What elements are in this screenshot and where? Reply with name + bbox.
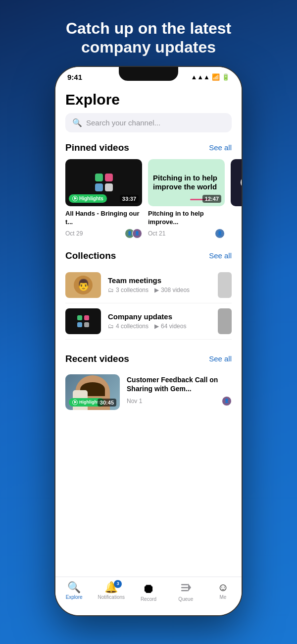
collection-thumb-partial [218,308,232,334]
record-icon: ⏺ [142,582,155,595]
list-item[interactable]: Company updates 🗂 4 collections ▶ 64 vid… [65,303,232,340]
video-info: Customer Feedback Call on Sharing with G… [127,374,232,406]
video-card-partial [231,159,242,238]
tab-queue-label: Queue [178,596,193,602]
list-item[interactable]: Highlights 30:45 Customer Feedback Call … [65,370,232,414]
collections-see-all[interactable]: See all [209,251,232,260]
svg-rect-7 [84,322,89,327]
videos-count: ▶ 308 videos [154,287,190,293]
tab-queue[interactable]: Queue [167,582,204,602]
highlights-badge: Highlights [69,194,107,203]
collection-meta: 🗂 4 collections ▶ 64 videos [108,323,211,330]
video-card-title: Pitching in to help improve... [148,210,225,227]
app-logo-mini-icon [76,314,90,328]
app-logo-icon [92,171,116,194]
videos-count: ▶ 64 videos [154,323,186,330]
tab-me[interactable]: ☺ Me [204,582,242,600]
collection-thumbnail [65,308,101,334]
search-placeholder-text: Search your channel... [86,118,160,127]
battery-icon: 🔋 [222,73,230,81]
duration-badge: 12:47 [202,195,221,203]
video-card-date: Oct 29 👤 👤 [65,229,142,238]
svg-rect-5 [84,315,89,320]
collection-name: Company updates [108,312,211,321]
phone-content: Explore 🔍 Search your channel... Pinned … [55,84,242,581]
collection-info: Company updates 🗂 4 collections ▶ 64 vid… [108,312,211,330]
tab-explore-label: Explore [66,594,83,600]
search-icon: 🔍 [72,118,82,127]
video-thumbnail: Highlights 33:37 [65,159,142,206]
svg-rect-1 [105,174,113,181]
avatar-group: 👤 [215,229,225,238]
search-bar[interactable]: 🔍 Search your channel... [65,113,232,132]
collection-thumbnail: 👨 [65,272,101,298]
video-icon: ▶ [154,323,159,330]
folder-icon: 🗂 [108,323,114,330]
video-thumbnail: Highlights 30:45 [65,374,120,410]
me-icon: ☺ [217,582,228,593]
video-thumbnail: Pitching in to help improve the world 12… [148,159,225,206]
video-card[interactable]: Pitching in to help improve the world 12… [148,159,225,238]
phone-frame: 9:41 ▲▲▲ 📶 🔋 Explore 🔍 Search your chann… [54,66,243,616]
explore-icon: 🔍 [67,582,81,593]
wifi-icon: 📶 [212,73,220,81]
status-icons: ▲▲▲ 📶 🔋 [191,73,230,81]
collection-info: Team meetings 🗂 3 collections ▶ 308 vide… [108,276,211,293]
pinned-videos-title: Pinned videos [65,142,129,153]
video-title: Customer Feedback Call on Sharing with G… [127,375,232,393]
tab-notifications-label: Notifications [98,594,125,600]
tab-record-label: Record [141,596,156,602]
svg-rect-2 [95,183,103,191]
svg-rect-10 [181,590,188,591]
signal-icon: ▲▲▲ [191,73,210,81]
collections-header: Collections See all [55,248,242,267]
svg-rect-8 [181,584,188,585]
collection-meta: 🗂 3 collections ▶ 308 videos [108,287,211,293]
list-item[interactable]: 👨 Team meetings 🗂 3 collections ▶ 308 vi… [65,267,232,303]
video-card-title: All Hands - Bringing our t... [65,210,142,227]
notifications-icon: 🔔 3 [104,582,118,593]
status-time: 9:41 [67,73,82,81]
collections-count: 🗂 4 collections [108,323,148,330]
avatar: 👤 [132,229,142,238]
tab-record[interactable]: ⏺ Record [130,582,167,602]
svg-marker-11 [188,584,191,591]
tab-bar: 🔍 Explore 🔔 3 Notifications ⏺ Record [55,577,242,615]
collection-name: Team meetings [108,276,211,285]
notch [119,67,178,81]
page-title: Explore [55,84,242,113]
status-bar: 9:41 ▲▲▲ 📶 🔋 [55,67,242,84]
avatar: 👤 [222,396,232,406]
folder-icon: 🗂 [108,287,114,293]
video-thumbnail-partial [231,159,242,206]
duration-badge: 33:37 [120,195,139,203]
avatar-group: 👤 👤 [125,229,142,238]
video-icon: ▶ [154,287,159,293]
recent-videos-header: Recent videos See all [55,350,242,370]
notification-badge: 3 [114,580,122,588]
video-card[interactable]: Highlights 33:37 All Hands - Bringing ou… [65,159,142,238]
video-card-date: Oct 21 👤 [148,229,225,238]
queue-icon [180,582,191,595]
pinned-videos-row: Highlights 33:37 All Hands - Bringing ou… [55,159,242,248]
avatar: 👤 [215,229,225,238]
svg-rect-9 [181,587,188,588]
collections-title: Collections [65,250,116,261]
svg-rect-3 [105,183,113,191]
tab-explore[interactable]: 🔍 Explore [55,582,93,600]
video-date: Nov 1 👤 [127,396,232,406]
recent-videos-list: Highlights 30:45 Customer Feedback Call … [55,370,242,419]
svg-rect-0 [95,174,103,181]
collections-count: 🗂 3 collections [108,287,148,293]
top-headline: Catch up on the latest company updates [46,0,251,66]
pinned-videos-see-all[interactable]: See all [209,143,232,152]
svg-rect-4 [77,315,82,320]
pinned-videos-header: Pinned videos See all [55,140,242,159]
recent-videos-title: Recent videos [65,353,129,364]
svg-rect-6 [77,322,82,327]
tab-notifications[interactable]: 🔔 3 Notifications [93,582,130,600]
play-button-partial [241,176,242,188]
recent-videos-see-all[interactable]: See all [209,354,232,363]
tab-me-label: Me [219,594,226,600]
collections-list: 👨 Team meetings 🗂 3 collections ▶ 308 vi… [55,267,242,350]
